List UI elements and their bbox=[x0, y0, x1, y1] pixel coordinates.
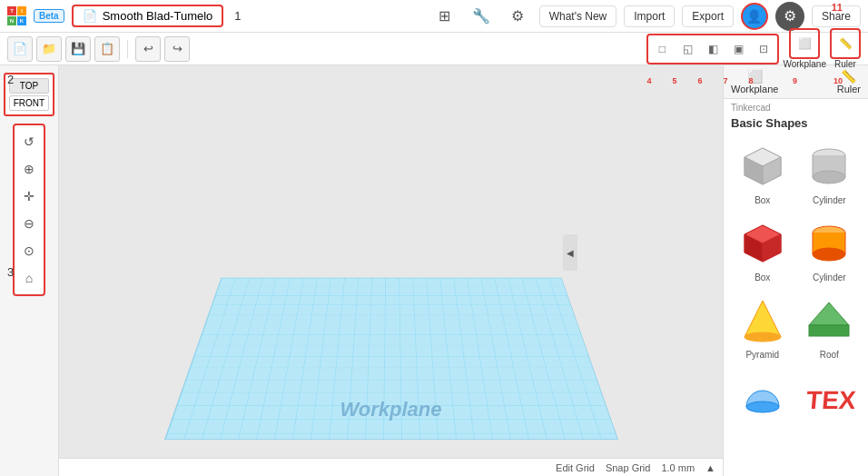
snap-grid-label: Snap Grid bbox=[606, 462, 651, 473]
project-name-label: Smooth Blad-Tumelo bbox=[103, 9, 213, 23]
label-5: 5 bbox=[672, 76, 676, 85]
basic-shapes-label: Basic Shapes bbox=[724, 114, 868, 135]
cyl-orange-icon bbox=[802, 216, 856, 271]
view-tools-group: □ ◱ ◧ ▣ ⊡ bbox=[646, 34, 779, 64]
left-panel: 2 TOP FRONT ↺ ⊕ ✛ ⊖ ⊙ ⌂ 3 bbox=[0, 65, 59, 476]
logo-cell-t: T bbox=[7, 6, 16, 15]
ruler-label: Ruler bbox=[834, 59, 856, 69]
whats-new-button[interactable]: What's New bbox=[539, 5, 617, 27]
separator-1 bbox=[127, 40, 128, 58]
shape-cyl-orange[interactable]: Cylinder bbox=[798, 213, 862, 286]
bottom-bar: Edit Grid Snap Grid 1.0 mm ▲ bbox=[59, 458, 723, 476]
label-9: 9 bbox=[793, 76, 797, 85]
shape-roof-green-label: Roof bbox=[820, 350, 839, 360]
workplane-grid bbox=[164, 278, 618, 440]
orbit-button[interactable]: ⊕ bbox=[16, 156, 42, 182]
main-area: 2 TOP FRONT ↺ ⊕ ✛ ⊖ ⊙ ⌂ 3 Workplane Edit… bbox=[0, 65, 868, 476]
label-11: 11 bbox=[832, 2, 843, 13]
svg-point-15 bbox=[813, 248, 845, 261]
svg-point-6 bbox=[813, 171, 845, 183]
undo-button[interactable]: ↩ bbox=[135, 36, 161, 62]
ruler-button[interactable]: 📏 bbox=[833, 32, 857, 55]
shape-text-red[interactable]: TEXT bbox=[798, 367, 862, 431]
pyramid-yellow-icon bbox=[735, 293, 790, 348]
svg-point-23 bbox=[746, 402, 779, 412]
label-2: 2 bbox=[7, 73, 14, 86]
shape-box-red[interactable]: Box bbox=[731, 213, 794, 286]
snap-value-label: 1.0 mm bbox=[661, 462, 695, 473]
label-8: 8 bbox=[748, 76, 753, 85]
logo-cell-k: K bbox=[17, 16, 26, 25]
shape-half-sphere[interactable] bbox=[731, 367, 794, 431]
workplane-label: Workplane bbox=[783, 59, 826, 69]
new-button[interactable]: 📄 bbox=[7, 36, 33, 62]
ruler-section: 📏 Ruler bbox=[830, 28, 861, 69]
view-top-button[interactable]: TOP bbox=[9, 78, 49, 94]
user-avatar-button[interactable]: 👤 bbox=[741, 3, 768, 30]
snap-arrow-icon: ▲ bbox=[705, 462, 715, 473]
workplane-button[interactable]: ⬜ bbox=[793, 32, 816, 55]
export-button[interactable]: Export bbox=[682, 5, 734, 27]
shapes-grid: Box Cylinder bbox=[724, 135, 868, 438]
shape-box-gray[interactable]: Box bbox=[731, 135, 794, 209]
logo-cell-i: I bbox=[17, 6, 26, 15]
svg-marker-21 bbox=[809, 302, 849, 325]
edit-grid-label[interactable]: Edit Grid bbox=[556, 462, 595, 473]
pan-button[interactable]: ✛ bbox=[16, 183, 42, 209]
tools-button[interactable]: 🔧 bbox=[467, 2, 496, 31]
label-1: 1 bbox=[234, 9, 241, 23]
svg-rect-22 bbox=[809, 325, 849, 336]
logo: T I N K bbox=[7, 6, 26, 25]
shape-box-red-label: Box bbox=[755, 273, 770, 283]
box-gray-icon bbox=[735, 139, 790, 193]
svg-point-20 bbox=[745, 332, 781, 342]
half-sphere-icon bbox=[735, 371, 790, 425]
project-name-button[interactable]: 📄 Smooth Blad-Tumelo bbox=[72, 5, 224, 27]
shape-pyramid-yellow-label: Pyramid bbox=[745, 350, 779, 360]
view-btn-6[interactable]: ◧ bbox=[701, 37, 725, 61]
view-btn-5[interactable]: ◱ bbox=[676, 37, 699, 61]
fit-button[interactable]: ⊙ bbox=[16, 238, 42, 263]
view-btn-4[interactable]: □ bbox=[650, 37, 674, 61]
doc-icon: 📄 bbox=[83, 9, 97, 23]
tinkercard-label: Tinkercad bbox=[724, 99, 868, 114]
redo-button[interactable]: ↪ bbox=[164, 36, 190, 62]
import-button[interactable]: Import bbox=[624, 5, 675, 27]
toolbar2: 📄 📁 💾 📋 ↩ ↪ □ ◱ ◧ ▣ ⊡ ⬜ Workplane 📏 Rule… bbox=[0, 33, 868, 65]
save-button[interactable]: 💾 bbox=[65, 36, 91, 62]
shape-cyl-gray[interactable]: Cylinder bbox=[798, 135, 862, 209]
view-btn-7[interactable]: ▣ bbox=[726, 37, 750, 61]
canvas-area[interactable]: Workplane Edit Grid Snap Grid 1.0 mm ▲ ◀ bbox=[59, 65, 723, 476]
zoom-button[interactable]: ⊖ bbox=[16, 211, 42, 236]
panel-collapse-button[interactable]: ◀ bbox=[563, 234, 577, 271]
roof-green-icon bbox=[802, 293, 856, 348]
cyl-gray-icon bbox=[802, 139, 856, 193]
nav-tools: ↺ ⊕ ✛ ⊖ ⊙ ⌂ bbox=[13, 124, 45, 296]
label-10: 10 bbox=[833, 76, 843, 85]
rotate-button[interactable]: ↺ bbox=[16, 129, 42, 154]
settings-button[interactable]: ⚙ bbox=[503, 2, 532, 31]
label-7: 7 bbox=[723, 76, 727, 85]
view-front-button[interactable]: FRONT bbox=[9, 95, 49, 111]
shape-pyramid-yellow[interactable]: Pyramid bbox=[731, 290, 794, 363]
gear-button[interactable]: ⚙ bbox=[775, 2, 804, 31]
shape-box-gray-label: Box bbox=[755, 195, 770, 205]
open-button[interactable]: 📁 bbox=[36, 36, 62, 62]
shape-roof-green[interactable]: Roof bbox=[798, 290, 862, 363]
logo-cell-n: N bbox=[7, 16, 16, 25]
label-4: 4 bbox=[646, 76, 651, 85]
copy-button[interactable]: 📋 bbox=[94, 36, 120, 62]
shape-cyl-orange-label: Cylinder bbox=[813, 273, 846, 283]
workplane-section: ⬜ Workplane bbox=[783, 28, 826, 69]
workplane-panel-btn[interactable]: ⬜ Workplane bbox=[731, 69, 778, 94]
workplane-panel-label: Workplane bbox=[731, 84, 778, 94]
view-btn-8[interactable]: ⊡ bbox=[752, 37, 775, 61]
right-panel: ⬜ Workplane 📏 Ruler Tinkercad Basic Shap… bbox=[723, 65, 868, 476]
box-red-icon bbox=[735, 216, 790, 271]
svg-text:TEXT: TEXT bbox=[805, 386, 856, 414]
svg-marker-18 bbox=[745, 301, 781, 337]
grid-view-button[interactable]: ⊞ bbox=[430, 2, 459, 31]
beta-badge: Beta bbox=[34, 9, 64, 23]
label-6: 6 bbox=[697, 76, 702, 85]
home-button[interactable]: ⌂ bbox=[16, 265, 42, 291]
